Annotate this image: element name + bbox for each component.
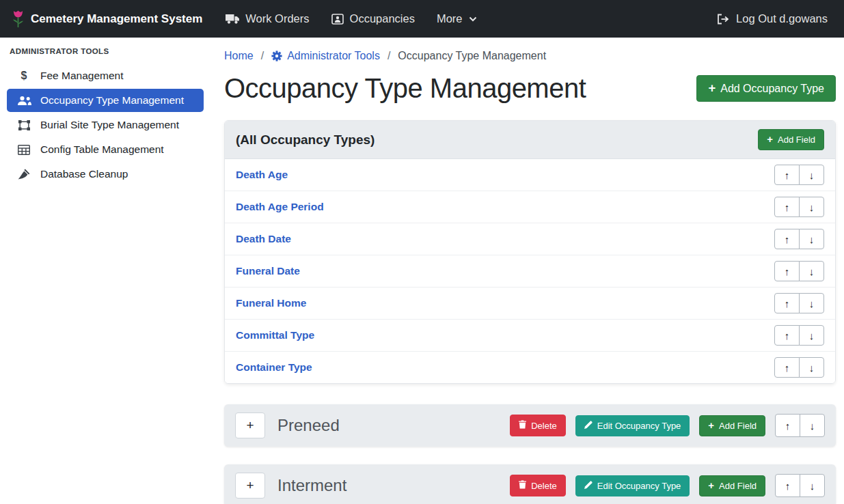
section-title: Interment [277, 476, 346, 495]
nav-occupancies[interactable]: Occupancies [331, 12, 415, 25]
up-arrow-icon: ↑ [785, 362, 790, 374]
move-down-button[interactable]: ↓ [799, 165, 824, 185]
field-link[interactable]: Committal Type [236, 329, 314, 341]
breadcrumb-separator: / [261, 50, 264, 62]
nav-more-label: More [437, 12, 463, 25]
move-up-button[interactable]: ↑ [775, 414, 800, 437]
chevron-down-icon [469, 16, 477, 22]
card-header: (All Occupancy Types) + Add Field [225, 121, 835, 159]
up-arrow-icon: ↑ [785, 234, 790, 245]
trash-icon [519, 480, 526, 491]
delete-label: Delete [531, 481, 557, 491]
sidebar-item-burial-site-type-management[interactable]: Burial Site Type Management [7, 113, 204, 137]
down-arrow-icon: ↓ [809, 298, 815, 309]
sidebar-item-config-table-management[interactable]: Config Table Management [7, 138, 204, 161]
down-arrow-icon: ↓ [809, 234, 815, 245]
move-up-button[interactable]: ↑ [774, 357, 800, 378]
expand-button[interactable]: + [235, 473, 265, 499]
down-arrow-icon: ↓ [809, 330, 815, 341]
edit-occupancy-type-button[interactable]: Edit Occupancy Type [575, 415, 690, 436]
add-field-button[interactable]: + Add Field [699, 415, 765, 436]
move-up-button[interactable]: ↑ [775, 474, 800, 497]
down-arrow-icon: ↓ [809, 201, 815, 213]
reorder-buttons: ↑ ↓ [774, 293, 824, 313]
breadcrumb-admin-tools-link[interactable]: Administrator Tools [271, 50, 380, 62]
nav-work-orders[interactable]: Work Orders [226, 12, 309, 25]
sidebar: ADMINISTRATOR TOOLS $ Fee Management Occ… [0, 38, 210, 504]
add-field-button[interactable]: + Add Field [699, 475, 765, 496]
sidebar-item-label: Database Cleanup [40, 168, 128, 180]
section-actions: Delete Edit Occupancy Type + Add Field ↑ [510, 474, 825, 497]
add-field-label: Add Field [719, 421, 757, 431]
move-up-button[interactable]: ↑ [774, 325, 800, 346]
all-occupancy-types-card: (All Occupancy Types) + Add Field Death … [224, 120, 836, 384]
sidebar-item-occupancy-type-management[interactable]: Occupancy Type Management [7, 89, 204, 112]
move-down-button[interactable]: ↓ [799, 325, 824, 346]
section-actions: Delete Edit Occupancy Type + Add Field ↑ [510, 414, 825, 437]
reorder-buttons: ↑ ↓ [774, 357, 824, 378]
tulip-logo-icon [12, 10, 24, 28]
down-arrow-icon: ↓ [809, 266, 815, 277]
field-row: Container Type ↑ ↓ [225, 352, 835, 383]
move-up-button[interactable]: ↑ [774, 165, 800, 185]
move-up-button[interactable]: ↑ [774, 261, 800, 281]
navbar-right: Log Out d.gowans [717, 12, 832, 25]
down-arrow-icon: ↓ [809, 169, 815, 181]
breadcrumb-home-link[interactable]: Home [224, 50, 254, 62]
move-down-button[interactable]: ↓ [799, 357, 824, 378]
field-link[interactable]: Funeral Date [236, 265, 300, 277]
add-occupancy-type-label: Add Occupancy Type [720, 83, 824, 95]
reorder-buttons: ↑ ↓ [774, 325, 824, 346]
up-arrow-icon: ↑ [785, 420, 791, 432]
sidebar-item-fee-management[interactable]: $ Fee Management [7, 64, 204, 87]
plus-icon: + [708, 82, 716, 94]
table-icon [16, 145, 31, 155]
move-down-button[interactable]: ↓ [799, 261, 824, 281]
logout-link[interactable]: Log Out d.gowans [717, 12, 828, 25]
field-link[interactable]: Container Type [236, 361, 312, 374]
move-up-button[interactable]: ↑ [774, 197, 800, 217]
page-title: Occupancy Type Management [224, 73, 586, 104]
sidebar-heading: ADMINISTRATOR TOOLS [0, 47, 210, 55]
delete-button[interactable]: Delete [510, 415, 566, 436]
reorder-buttons: ↑ ↓ [774, 229, 824, 249]
section-preneed: + Preneed Delete [224, 404, 836, 447]
expand-button[interactable]: + [235, 412, 265, 438]
add-occupancy-type-button[interactable]: + Add Occupancy Type [696, 75, 836, 101]
nav-occupancies-label: Occupancies [350, 12, 415, 25]
add-field-label: Add Field [778, 135, 815, 145]
edit-occupancy-type-button[interactable]: Edit Occupancy Type [575, 475, 690, 496]
plus-icon: + [246, 478, 254, 493]
reorder-buttons: ↑ ↓ [775, 414, 825, 437]
delete-label: Delete [531, 421, 557, 431]
field-link[interactable]: Death Date [236, 233, 291, 245]
users-icon [16, 96, 31, 106]
edit-label: Edit Occupancy Type [597, 421, 681, 431]
move-down-button[interactable]: ↓ [800, 474, 825, 497]
move-up-button[interactable]: ↑ [774, 229, 800, 249]
field-link[interactable]: Death Age Period [236, 201, 324, 213]
pencil-icon [584, 421, 593, 431]
move-down-button[interactable]: ↓ [799, 229, 824, 249]
reorder-buttons: ↑ ↓ [774, 197, 824, 217]
move-down-button[interactable]: ↓ [799, 293, 824, 313]
field-row: Death Age Period ↑ ↓ [225, 191, 835, 223]
breadcrumb-current: Occupancy Type Management [398, 50, 546, 62]
down-arrow-icon: ↓ [810, 480, 815, 492]
delete-button[interactable]: Delete [510, 475, 566, 496]
move-down-button[interactable]: ↓ [800, 414, 825, 437]
field-row: Funeral Date ↑ ↓ [225, 255, 835, 288]
edit-label: Edit Occupancy Type [597, 481, 681, 491]
move-up-button[interactable]: ↑ [774, 293, 800, 313]
breadcrumb: Home / Administrator Tool [224, 50, 836, 62]
add-field-button[interactable]: + Add Field [758, 129, 824, 150]
field-link[interactable]: Funeral Home [236, 297, 306, 309]
section-interment: + Interment Delete [224, 464, 836, 504]
nav-more[interactable]: More [437, 12, 477, 25]
move-down-button[interactable]: ↓ [799, 197, 824, 217]
title-row: Occupancy Type Management + Add Occupanc… [224, 73, 836, 104]
dollar-icon: $ [16, 70, 31, 82]
field-link[interactable]: Death Age [236, 169, 288, 181]
sidebar-item-database-cleanup[interactable]: Database Cleanup [7, 163, 204, 186]
section-title: Preneed [277, 416, 340, 435]
